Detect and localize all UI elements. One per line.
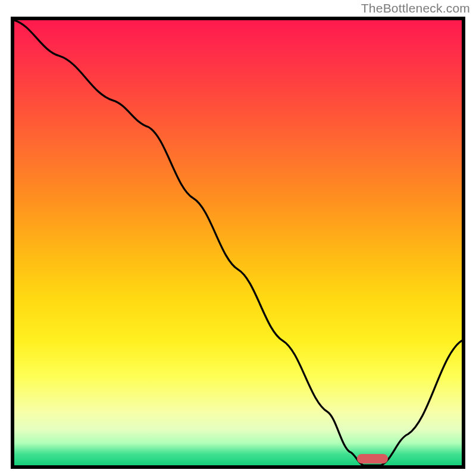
bottleneck-curve (14, 20, 462, 465)
plot-area (14, 20, 462, 465)
watermark-text: TheBottleneck.com (361, 1, 470, 15)
optimum-marker (357, 454, 388, 464)
chart-frame (11, 17, 465, 469)
